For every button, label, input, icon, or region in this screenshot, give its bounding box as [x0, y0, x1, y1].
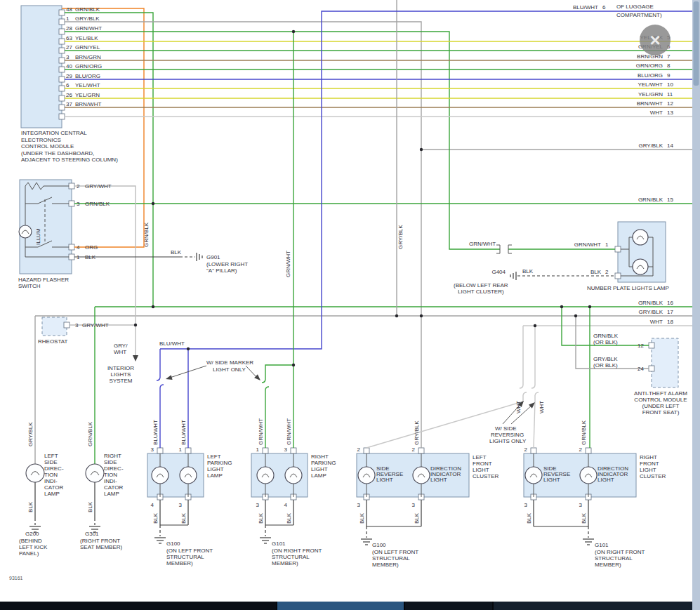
ground-name: G301: [85, 531, 99, 537]
component-caption: DIREC-: [104, 465, 124, 472]
ground-location: STRUCTURAL: [272, 554, 310, 560]
wire-label: BRN/GRN: [75, 54, 101, 60]
close-button[interactable]: ×: [640, 25, 671, 55]
taskbar[interactable]: [0, 602, 692, 610]
wire-label: YEL/WHT: [638, 81, 663, 88]
taskbar-segment[interactable]: [277, 602, 404, 610]
wire-label: GRN/BLK: [581, 420, 587, 445]
pin-num: 7: [667, 53, 671, 60]
right-indicator-lamp-icon: [580, 467, 597, 484]
ground-name: G100: [166, 541, 180, 547]
wire-label: GRY/BLK: [638, 309, 663, 315]
component-caption: PARKING: [207, 460, 232, 466]
lamp-caption: LIGHT: [597, 477, 614, 483]
wire-label: BLK: [581, 512, 587, 524]
ground-location: STRUCTURAL: [372, 555, 410, 562]
wire-label: BLK: [152, 512, 159, 524]
wire-label: YEL/BLK: [75, 35, 98, 41]
wire-label: GRN/WHT: [286, 418, 292, 445]
component-caption: FRONT: [473, 460, 492, 467]
wire-label: BLU/WHT: [180, 420, 187, 445]
wire-label: GRN/BLK: [638, 197, 663, 203]
diagram-window: 48GRN/BLK 1GRY/BLK 28GRN/WHT 63YEL/BLK 2…: [0, 0, 700, 610]
pin-num: 3: [75, 322, 79, 329]
ground-location: MEMBER): [595, 562, 621, 568]
doc-number: 93161: [9, 576, 23, 581]
taskbar-segment[interactable]: [494, 602, 692, 610]
ground-location: STRUCTURAL: [166, 554, 204, 560]
wire-label: GRY/BLK: [27, 422, 34, 446]
ground-location: PANEL): [19, 550, 39, 557]
component-caption: CLUSTER: [473, 473, 499, 479]
anti-theft-caption: CONTROL MODULE: [634, 397, 687, 403]
pin-num: 16: [667, 300, 673, 306]
side-reversing-note: LIGHTS ONLY: [489, 438, 527, 444]
wire-label: GRN/BLK: [593, 333, 619, 339]
wire-label: BLK: [526, 512, 532, 524]
ground-location: (BELOW LEFT REAR: [454, 282, 508, 289]
pin-num: 8: [667, 62, 671, 69]
taskbar-segment[interactable]: [405, 602, 492, 610]
lamp-caption: LIGHT: [430, 477, 447, 483]
wire-label: GRY/WHT: [85, 183, 112, 190]
pin-num: 4: [284, 502, 288, 508]
wire-label: GRN/WHT: [574, 241, 601, 248]
wire-label: YEL/GRN: [638, 91, 663, 98]
component-caption: LIGHT: [473, 467, 489, 473]
pin-num: 48: [66, 6, 72, 13]
wire-label: WHT: [539, 401, 545, 413]
wiring-diagram-canvas: 48GRN/BLK 1GRY/BLK 28GRN/WHT 63YEL/BLK 2…: [0, 0, 700, 610]
pin-num: 26: [66, 92, 72, 98]
pin-num: 2: [605, 269, 609, 275]
ground-name: G101: [272, 541, 286, 547]
wire-label: GRN/BLK: [85, 201, 110, 207]
ground-location: SEAT MEMBER): [80, 544, 122, 550]
scrollbar-track[interactable]: [692, 0, 700, 610]
wire-label: BLU/ORG: [75, 73, 100, 79]
close-icon[interactable]: ×: [649, 29, 660, 51]
component-caption: SIDE: [44, 459, 58, 465]
ground-location: "A" PILLAR): [206, 267, 237, 274]
pin-num: 3: [579, 502, 583, 508]
wire-label: GRY/: [114, 343, 128, 349]
pin-num: 14: [667, 142, 673, 149]
pin-num: 3: [66, 54, 70, 60]
component-caption: CLUSTER: [640, 473, 666, 479]
pin-num: 6: [602, 4, 606, 11]
component-caption: PARKING: [311, 460, 336, 466]
wire-label: (OR BLK): [593, 362, 618, 369]
component-caption: TION: [104, 472, 117, 478]
component-caption: RIGHT: [311, 453, 329, 460]
wire-label: BRN/WHT: [637, 100, 663, 107]
lamp-caption: LIGHT: [376, 477, 393, 483]
pin-num: 1: [179, 446, 183, 453]
wire-label: ORG: [85, 244, 98, 251]
pin-num: 4: [77, 244, 80, 251]
wire-label: YEL/GRN: [75, 92, 100, 98]
component-caption: DIREC-: [44, 465, 64, 472]
pin-num: 1: [77, 254, 80, 260]
wire-label: WHT: [650, 319, 663, 325]
scrollbar-thumb[interactable]: [694, 1, 699, 86]
pin-num: 3: [151, 446, 154, 453]
anti-theft-caption: FRONT SEAT): [642, 409, 680, 416]
interior-lights-ref: INTERIOR: [107, 365, 134, 371]
wire-label: GRN/WHT: [469, 241, 496, 247]
scrollbar[interactable]: [692, 0, 700, 610]
component-caption: CATOR: [104, 484, 123, 491]
wire-label: BLK: [171, 249, 182, 256]
rheostat-caption: RHEOSTAT: [38, 338, 67, 345]
page-background: [0, 0, 700, 610]
left-side-indicator-lamp-icon: [26, 464, 44, 482]
taskbar-segment[interactable]: [0, 602, 276, 610]
pin-num: 1: [66, 15, 70, 22]
ground-location: (BEHIND: [19, 538, 42, 544]
pin-num: 2: [524, 446, 528, 453]
pin-num: 2: [579, 446, 583, 453]
wire-label: GRY/BLK: [638, 142, 663, 149]
pin-num: 1: [605, 241, 609, 248]
component-caption: INDI-: [104, 478, 117, 484]
component-caption: LIGHT: [311, 466, 328, 472]
pin-num: 29: [66, 73, 72, 79]
module-caption: ADJACENT TO STEERING COLUMN): [21, 157, 118, 163]
